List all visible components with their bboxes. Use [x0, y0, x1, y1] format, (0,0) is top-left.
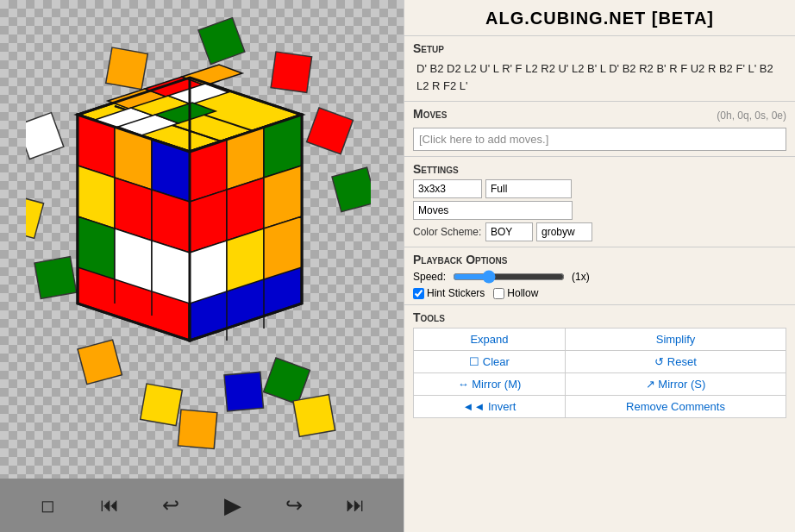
- color-scheme-extra-input[interactable]: [536, 222, 592, 241]
- moves-title: Moves: [413, 107, 447, 121]
- mirror-s-link: ↗ Mirror (S): [646, 378, 706, 391]
- hint-stickers-item: Hint Stickers: [413, 287, 485, 299]
- tools-table: Expand Simplify ☐ Clear ↺ Reset ↔ Mirror…: [413, 328, 786, 418]
- invert-button[interactable]: ◄◄ Invert: [414, 396, 566, 418]
- mirror-s-button[interactable]: ↗ Mirror (S): [565, 373, 786, 396]
- expand-button[interactable]: Expand: [414, 329, 566, 351]
- svg-rect-7: [26, 194, 44, 238]
- simplify-button[interactable]: Simplify: [565, 329, 786, 351]
- table-row: Expand Simplify: [414, 329, 786, 351]
- app-title: ALG.CUBING.NET [BETA]: [404, 0, 795, 35]
- speed-slider[interactable]: [453, 270, 565, 284]
- type-input[interactable]: [413, 201, 573, 220]
- clear-button[interactable]: ☐ Clear: [414, 351, 566, 373]
- svg-rect-2: [224, 372, 264, 411]
- expand-link: Expand: [470, 333, 508, 346]
- color-scheme-input[interactable]: [485, 222, 533, 241]
- hollow-label: Hollow: [507, 287, 538, 299]
- setup-title: Setup: [413, 41, 786, 55]
- cube-icon-button[interactable]: ◻: [31, 488, 66, 523]
- setup-text: D' B2 D2 L2 U' L R' F L2 R2 U' L2 B' L D…: [413, 59, 786, 96]
- remove-comments-link: Remove Comments: [626, 400, 725, 413]
- table-row: ↔ Mirror (M) ↗ Mirror (S): [414, 373, 786, 396]
- setup-section: Setup D' B2 D2 L2 U' L R' F L2 R2 U' L2 …: [404, 35, 795, 101]
- table-row: ☐ Clear ↺ Reset: [414, 351, 786, 373]
- hollow-item: Hollow: [493, 287, 538, 299]
- speed-label: Speed:: [413, 271, 446, 283]
- hint-stickers-label: Hint Stickers: [427, 287, 485, 299]
- cube-canvas: [0, 0, 404, 479]
- hint-stickers-checkbox[interactable]: [413, 288, 424, 299]
- settings-title: Settings: [413, 162, 786, 176]
- svg-rect-6: [26, 113, 64, 160]
- svg-rect-13: [271, 52, 311, 92]
- simplify-link: Simplify: [656, 333, 696, 346]
- checkbox-row: Hint Stickers Hollow: [413, 287, 786, 299]
- moves-header: Moves (0h, 0q, 0s, 0e): [413, 107, 786, 124]
- svg-rect-11: [106, 47, 148, 90]
- skip-back-button[interactable]: ⏮: [92, 488, 127, 523]
- cube-svg: [26, 17, 371, 457]
- moves-input[interactable]: [Click here to add moves.]: [413, 128, 786, 151]
- playback-title: Playback Options: [413, 253, 786, 266]
- moves-counter: (0h, 0q, 0s, 0e): [717, 110, 786, 122]
- settings-section: Settings Color Scheme:: [404, 156, 795, 247]
- speed-value: (1x): [572, 271, 590, 283]
- svg-rect-5: [178, 410, 217, 449]
- svg-rect-0: [78, 340, 122, 384]
- skip-forward-button[interactable]: ⏭: [338, 488, 372, 523]
- svg-rect-4: [293, 395, 335, 437]
- settings-grid: Color Scheme:: [413, 179, 786, 241]
- svg-rect-3: [264, 358, 310, 404]
- reset-button[interactable]: ↺ Reset: [565, 351, 786, 373]
- view-input[interactable]: [485, 179, 572, 198]
- color-scheme-label: Color Scheme:: [413, 226, 482, 238]
- invert-link: ◄◄ Invert: [463, 400, 516, 413]
- controls-bar: ◻ ⏮ ↩ ▶ ↪ ⏭: [0, 479, 404, 532]
- moves-section: Moves (0h, 0q, 0s, 0e) [Click here to ad…: [404, 101, 795, 156]
- reset-link: ↺ Reset: [654, 355, 697, 368]
- tools-title: Tools: [413, 310, 786, 324]
- svg-rect-10: [332, 167, 371, 211]
- svg-rect-12: [198, 18, 245, 65]
- playback-section: Playback Options Speed: (1x) Hint Sticke…: [404, 247, 795, 304]
- tools-section: Tools Expand Simplify ☐ Clear ↺ Reset ↔ …: [404, 304, 795, 423]
- mirror-m-button[interactable]: ↔ Mirror (M): [414, 373, 566, 396]
- settings-row-3: Color Scheme:: [413, 222, 786, 241]
- svg-rect-1: [141, 384, 183, 426]
- svg-rect-8: [34, 257, 77, 299]
- left-panel: ◻ ⏮ ↩ ▶ ↪ ⏭: [0, 0, 404, 532]
- speed-row: Speed: (1x): [413, 270, 786, 284]
- hollow-checkbox[interactable]: [493, 288, 504, 299]
- back-button[interactable]: ↩: [153, 488, 188, 523]
- svg-rect-9: [307, 108, 354, 154]
- settings-row-2: [413, 201, 786, 220]
- table-row: ◄◄ Invert Remove Comments: [414, 396, 786, 418]
- mirror-m-link: ↔ Mirror (M): [458, 378, 522, 391]
- right-panel: ALG.CUBING.NET [BETA] Setup D' B2 D2 L2 …: [404, 0, 795, 532]
- remove-comments-button[interactable]: Remove Comments: [565, 396, 786, 418]
- clear-link: ☐ Clear: [469, 355, 510, 368]
- puzzle-input[interactable]: [413, 179, 482, 198]
- settings-row-1: [413, 179, 786, 198]
- forward-button[interactable]: ↪: [277, 488, 311, 523]
- play-button[interactable]: ▶: [216, 488, 250, 523]
